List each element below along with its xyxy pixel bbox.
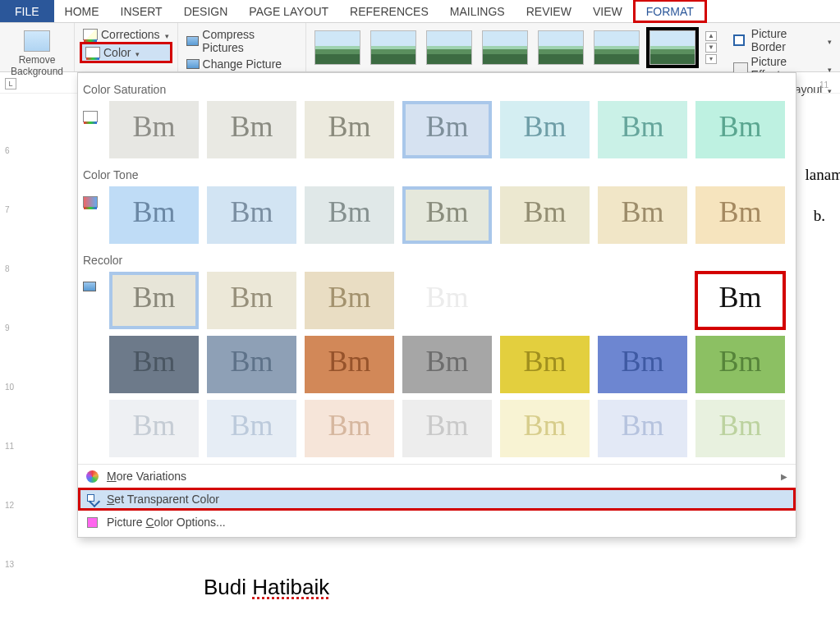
color-swatch[interactable]: Bm — [695, 336, 785, 393]
tab-insert[interactable]: INSERT — [110, 0, 173, 22]
color-swatch[interactable]: Bm — [305, 336, 394, 393]
color-swatch[interactable]: Bm — [402, 272, 492, 329]
tab-selector[interactable]: L — [5, 78, 16, 89]
picture-styles-gallery[interactable]: ▲ ▼ ▾ — [306, 23, 725, 71]
style-thumb[interactable] — [538, 30, 584, 65]
picture-color-options-item[interactable]: Picture Color Options... — [78, 511, 796, 534]
color-button[interactable]: Color — [80, 42, 172, 63]
style-thumb[interactable] — [594, 30, 640, 65]
gallery-down-icon[interactable]: ▼ — [705, 43, 717, 53]
color-swatch[interactable]: Bm — [500, 272, 590, 329]
color-swatch[interactable]: Bm — [598, 336, 687, 393]
style-thumb[interactable] — [482, 30, 528, 65]
color-swatch[interactable]: Bm — [402, 400, 492, 457]
color-swatch[interactable]: Bm — [207, 336, 296, 393]
tab-format[interactable]: FORMAT — [633, 0, 707, 23]
color-swatch[interactable]: Bm — [500, 101, 590, 158]
color-swatch[interactable]: Bm — [207, 101, 296, 158]
chevron-down-icon — [163, 28, 169, 41]
compress-pictures-button[interactable]: Compress Pictures — [183, 26, 301, 56]
ruler-mark: 11 — [5, 442, 14, 451]
signature-preview: Bm — [718, 408, 761, 442]
signature-preview: Bm — [718, 280, 761, 314]
style-thumb[interactable] — [370, 30, 416, 65]
signature-preview: Bm — [328, 109, 370, 144]
color-swatch[interactable]: Bm — [207, 186, 296, 244]
color-swatch[interactable]: Bm — [598, 101, 687, 158]
color-swatch[interactable]: Bm — [207, 400, 296, 457]
color-swatch[interactable]: Bm — [598, 400, 687, 457]
signature-preview: Bm — [230, 344, 273, 378]
more-variations-item[interactable]: More Variations ▶ — [78, 465, 796, 488]
signature-preview: Bm — [328, 195, 370, 229]
style-thumb[interactable] — [426, 30, 472, 65]
file-tab[interactable]: FILE — [0, 0, 54, 22]
picture-border-button[interactable]: Picture Border — [732, 26, 833, 54]
ruler-mark: 9 — [5, 323, 10, 332]
style-thumb-selected[interactable] — [650, 30, 695, 65]
tab-page-layout[interactable]: PAGE LAYOUT — [238, 0, 339, 22]
color-swatch[interactable]: Bm — [305, 400, 394, 457]
tab-design[interactable]: DESIGN — [173, 0, 239, 22]
picture-tools-right: Picture Border Picture Effects ayout — [725, 23, 840, 71]
color-swatch[interactable]: Bm — [695, 186, 785, 244]
color-swatch[interactable]: Bm — [109, 272, 199, 329]
signer-first: Budi — [204, 575, 252, 599]
color-wheel-icon — [86, 470, 99, 483]
color-swatch[interactable]: Bm — [695, 101, 785, 158]
picture-border-label: Picture Border — [751, 27, 823, 53]
ruler-mark: 12 — [5, 501, 14, 510]
color-swatch[interactable]: Bm — [305, 272, 394, 329]
signature-preview: Bm — [425, 344, 468, 378]
style-thumb[interactable] — [314, 30, 360, 65]
recolor-icon — [83, 282, 98, 296]
signature-preview: Bm — [523, 408, 566, 442]
tab-mailings[interactable]: MAILINGS — [439, 0, 516, 22]
signature-preview: Bm — [621, 195, 663, 229]
tab-home[interactable]: HOME — [54, 0, 110, 22]
color-swatch[interactable]: Bm — [695, 400, 785, 457]
signature-preview: Bm — [523, 280, 566, 314]
tab-review[interactable]: REVIEW — [516, 0, 582, 22]
gallery-scroll[interactable]: ▲ ▼ ▾ — [705, 31, 717, 64]
gallery-up-icon[interactable]: ▲ — [705, 31, 717, 41]
color-swatch[interactable]: Bm — [500, 400, 590, 457]
color-swatch[interactable]: Bm — [402, 186, 492, 244]
color-swatch[interactable]: Bm — [695, 272, 785, 329]
change-picture-button[interactable]: Change Picture — [183, 56, 301, 72]
color-swatch[interactable]: Bm — [109, 336, 199, 393]
color-swatch[interactable]: Bm — [598, 272, 687, 329]
color-swatch[interactable]: Bm — [305, 186, 394, 244]
tab-view[interactable]: VIEW — [582, 0, 633, 22]
signature-preview: Bm — [523, 195, 566, 229]
signature-preview: Bm — [425, 408, 468, 442]
ruler-mark: 8 — [5, 264, 10, 273]
color-swatch[interactable]: Bm — [500, 186, 590, 244]
border-icon — [733, 34, 745, 46]
remove-background-button[interactable]: Remove Background — [5, 26, 69, 77]
color-swatch[interactable]: Bm — [109, 186, 199, 244]
color-swatch[interactable]: Bm — [109, 400, 199, 457]
recolor-row: BmBmBmBmBmBmBm — [78, 400, 796, 464]
vertical-ruler: 6 7 8 9 10 11 12 13 14 — [0, 99, 18, 619]
ruler-mark: 7 — [5, 205, 10, 214]
color-swatch[interactable]: Bm — [500, 336, 590, 393]
picture-color-options-label: Picture Color Options... — [107, 516, 226, 529]
gallery-more-icon[interactable]: ▾ — [705, 54, 717, 64]
document-text: b. — [814, 207, 825, 225]
color-swatch[interactable]: Bm — [402, 336, 492, 393]
color-swatch[interactable]: Bm — [402, 101, 492, 158]
signature-preview: Bm — [425, 195, 468, 229]
color-swatch[interactable]: Bm — [598, 186, 687, 244]
tab-references[interactable]: REFERENCES — [339, 0, 439, 22]
color-dropdown: Color Saturation BmBmBmBmBmBmBm Color To… — [77, 72, 796, 538]
color-swatch[interactable]: Bm — [305, 101, 394, 158]
color-swatch[interactable]: Bm — [109, 101, 199, 158]
corrections-button[interactable]: Corrections — [80, 26, 172, 43]
color-label: Color — [103, 46, 131, 59]
color-swatch[interactable]: Bm — [207, 272, 296, 329]
signer-last: Hatibaik — [252, 575, 329, 599]
tone-row: BmBmBmBmBmBmBm — [78, 186, 796, 250]
ribbon: Remove Background Corrections Color Comp… — [0, 23, 840, 72]
set-transparent-color-item[interactable]: Set Transparent Color — [78, 488, 796, 511]
